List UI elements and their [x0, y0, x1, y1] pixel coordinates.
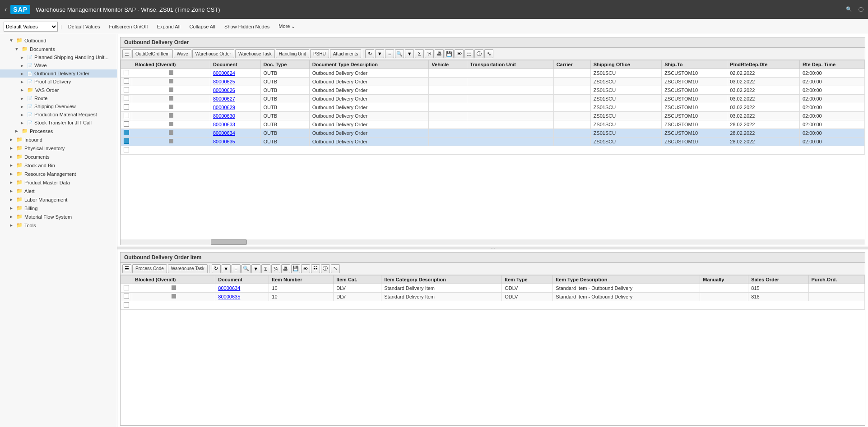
process-code-btn[interactable]: Process Code [132, 264, 167, 273]
col-transport[interactable]: Transportation Unit [467, 60, 553, 69]
document-link[interactable]: 80000627 [213, 96, 235, 101]
wave-btn[interactable]: Wave [174, 49, 191, 58]
lower-config-icon-btn[interactable]: ☰ [122, 264, 131, 273]
filter2-icon-btn[interactable]: ▼ [405, 49, 414, 58]
sidebar-item-wave[interactable]: ► 📄 Wave [0, 61, 117, 69]
col-time[interactable]: Rte Dep. Time [799, 60, 864, 69]
col-item-cat[interactable]: Item Cat. [334, 275, 381, 284]
refresh-icon-btn[interactable]: ↻ [365, 49, 374, 58]
sidebar-item-stock-transfer[interactable]: ► 📄 Stock Transfer for JIT Call [0, 119, 117, 127]
col-ship-to[interactable]: Ship-To [662, 60, 727, 69]
outb-del-ord-item-btn[interactable]: OutbDelOrd Item [132, 49, 173, 58]
sidebar-item-route[interactable]: ► 📄 Route [0, 94, 117, 102]
table-row[interactable]: 80000635 10 DLV Standard Delivery Item O… [121, 292, 865, 301]
document-cell[interactable]: 80000626 [210, 86, 260, 95]
lower-fraction-icon-btn[interactable]: ¼ [271, 264, 280, 273]
row-checkbox[interactable] [124, 104, 129, 110]
document-cell[interactable]: 80000624 [210, 69, 260, 78]
col-blocked[interactable]: Blocked (Overall) [132, 275, 215, 284]
document-link[interactable]: 80000633 [213, 122, 235, 127]
table-row[interactable]: 80000627 OUTB Outbound Delivery Order ZS… [121, 95, 865, 103]
sidebar-item-shipping-overview[interactable]: ► 📄 Shipping Overview [0, 102, 117, 110]
sidebar-item-material-flow[interactable]: ► 📁 Material Flow System [0, 212, 117, 221]
filter-icon-btn[interactable]: ▼ [375, 49, 384, 58]
sidebar-item-processes[interactable]: ► 📁 Processes [0, 127, 117, 135]
grid-icon-btn[interactable]: ☷ [464, 49, 473, 58]
view-icon-btn[interactable]: 👁 [455, 49, 464, 58]
col-item-type[interactable]: Item Type [502, 275, 553, 284]
default-values-btn[interactable]: Default Values [65, 22, 104, 32]
sidebar-item-planned-shipping[interactable]: ► 📄 Planned Shipping Handling Unit... [0, 53, 117, 61]
lower-filter-icon-btn[interactable]: ▼ [222, 264, 231, 273]
col-carrier[interactable]: Carrier [553, 60, 590, 69]
sidebar-item-proof-of-delivery[interactable]: ► 📄 Proof of Delivery [0, 78, 117, 86]
table-row[interactable]: 80000633 OUTB Outbound Delivery Order ZS… [121, 120, 865, 129]
table-row[interactable]: 80000634 OUTB Outbound Delivery Order ZS… [121, 129, 865, 138]
document-link[interactable]: 80000630 [213, 113, 235, 119]
lower-search-icon-btn[interactable]: 🔍 [241, 264, 251, 273]
row-checkbox[interactable] [124, 96, 129, 101]
document-link[interactable]: 80000624 [213, 70, 235, 76]
document-cell[interactable]: 80000630 [210, 112, 260, 120]
more-btn[interactable]: More ⌄ [275, 22, 299, 32]
lower-warehouse-task-btn[interactable]: Warehouse Task [168, 264, 208, 273]
lower-info-icon-btn[interactable]: ⓘ [321, 264, 330, 273]
document-link[interactable]: 80000625 [213, 79, 235, 84]
fullscreen-btn[interactable]: Fullscreen On/Off [106, 22, 152, 32]
document-link[interactable]: 80000629 [213, 105, 235, 110]
col-doc-type-desc[interactable]: Document Type Description [309, 60, 429, 69]
table-row[interactable]: 80000629 OUTB Outbound Delivery Order ZS… [121, 103, 865, 112]
col-doc-type[interactable]: Doc. Type [260, 60, 309, 69]
lower-sort-icon-btn[interactable]: ≡ [232, 264, 241, 273]
sidebar-item-outbound[interactable]: ▼ 📁 Outbound [0, 36, 117, 45]
search-icon-btn[interactable]: 🔍 [395, 49, 404, 58]
empty-check[interactable] [124, 147, 129, 152]
sidebar-item-production-material[interactable]: ► 📄 Production Material Request [0, 110, 117, 119]
lower-print-icon-btn[interactable]: 🖶 [281, 264, 290, 273]
expand-all-btn[interactable]: Expand All [153, 22, 184, 32]
table-row[interactable]: 80000626 OUTB Outbound Delivery Order ZS… [121, 86, 865, 95]
document-link[interactable]: 80000634 [213, 130, 235, 136]
col-vehicle[interactable]: Vehicle [429, 60, 467, 69]
lower-filter2-icon-btn[interactable]: ▼ [251, 264, 260, 273]
info-icon[interactable]: ⓘ [859, 6, 863, 13]
sidebar-item-documents[interactable]: ▼ 📁 Documents [0, 45, 117, 53]
sidebar-item-product-master-data[interactable]: ► 📁 Product Master Data [0, 178, 117, 187]
sidebar-item-documents-root[interactable]: ► 📁 Documents [0, 152, 117, 161]
document-cell[interactable]: 80000625 [210, 78, 260, 86]
export-icon-btn[interactable]: 💾 [445, 49, 454, 58]
warehouse-task-btn[interactable]: Warehouse Task [235, 49, 275, 58]
lower-refresh-icon-btn[interactable]: ↻ [212, 264, 221, 273]
document-cell[interactable]: 80000634 [215, 284, 269, 292]
sidebar-item-tools[interactable]: ► 📁 Tools [0, 221, 117, 230]
sidebar-item-alert[interactable]: ► 📁 Alert [0, 187, 117, 195]
lower-view-icon-btn[interactable]: 👁 [301, 264, 310, 273]
document-cell[interactable]: 80000627 [210, 95, 260, 103]
sum-icon-btn[interactable]: Σ [415, 49, 424, 58]
row-checkbox[interactable] [124, 121, 129, 127]
col-purch-ord[interactable]: Purch.Ord. [808, 275, 865, 284]
row-checkbox[interactable] [124, 130, 129, 135]
sidebar-item-inbound[interactable]: ► 📁 Inbound [0, 135, 117, 144]
document-link[interactable]: 80000635 [213, 139, 235, 144]
sidebar-item-vas-order[interactable]: ► 📁 VAS Order [0, 86, 117, 94]
col-shipping-office[interactable]: Shipping Office [590, 60, 662, 69]
row-checkbox[interactable] [124, 294, 129, 299]
table-row[interactable]: 80000625 OUTB Outbound Delivery Order ZS… [121, 78, 865, 86]
sidebar-item-outbound-delivery-order[interactable]: ► 📄 Outbound Delivery Order [0, 69, 117, 78]
row-checkbox[interactable] [124, 87, 129, 92]
warehouse-order-btn[interactable]: Warehouse Order [192, 49, 234, 58]
config-icon-btn[interactable]: ☰ [122, 49, 131, 58]
document-cell[interactable]: 80000634 [210, 129, 260, 138]
col-item-type-desc[interactable]: Item Type Description [553, 275, 700, 284]
sidebar-item-billing[interactable]: ► 📁 Billing [0, 204, 117, 212]
dropdown-select[interactable]: Default Values [4, 22, 58, 32]
document-link[interactable]: 80000635 [218, 294, 240, 299]
sort-icon-btn[interactable]: ≡ [385, 49, 394, 58]
collapse-all-btn[interactable]: Collapse All [186, 22, 219, 32]
document-cell[interactable]: 80000629 [210, 103, 260, 112]
table-row[interactable]: 80000634 10 DLV Standard Delivery Item O… [121, 284, 865, 292]
sidebar-item-stock-bin[interactable]: ► 📁 Stock and Bin [0, 161, 117, 170]
table-row[interactable]: 80000635 OUTB Outbound Delivery Order ZS… [121, 138, 865, 146]
empty-check[interactable] [124, 302, 129, 308]
